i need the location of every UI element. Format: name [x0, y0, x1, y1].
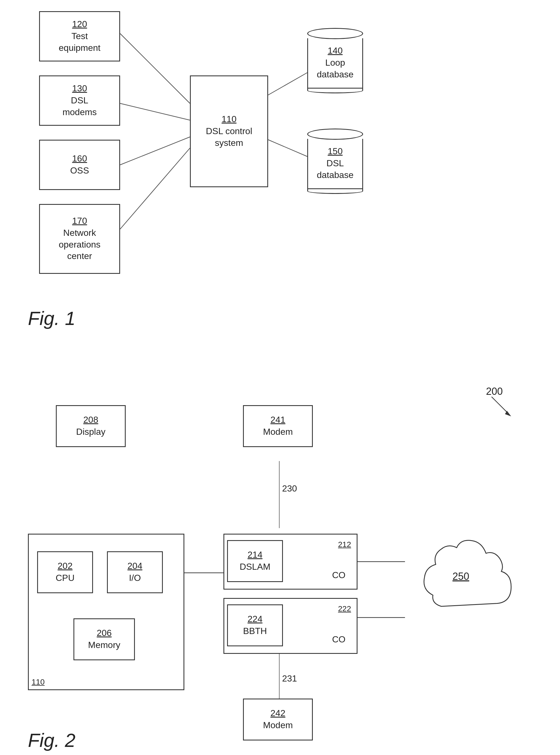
memory-label: Memory: [88, 639, 120, 651]
svg-text:250: 250: [453, 570, 469, 582]
cylinder-body-loop: 140 Loopdatabase: [307, 38, 363, 89]
co222-label: CO: [332, 634, 345, 645]
svg-line-3: [120, 148, 190, 229]
co212-outer-box: 214 DSLAM 212 CO: [223, 534, 358, 589]
co212-label: CO: [332, 570, 345, 580]
svg-line-2: [120, 137, 190, 165]
display-label: Display: [76, 426, 105, 438]
modem242-label: Modem: [263, 719, 293, 731]
io-number: 204: [127, 561, 142, 571]
svg-line-0: [120, 34, 190, 103]
oss-label: OSS: [70, 165, 89, 177]
modem241-box: 241 Modem: [243, 405, 313, 447]
dsl-db-cylinder: 150 DSLdatabase: [307, 129, 363, 194]
dsl-db-number: 150: [327, 146, 342, 156]
io-label: I/O: [129, 572, 141, 584]
memory-box: 206 Memory: [74, 618, 135, 660]
display-number: 208: [83, 415, 98, 425]
cylinder-top-loop: [307, 28, 363, 39]
test-equipment-box: 120 Testequipment: [39, 11, 120, 61]
fig2-diagram: 200 208 Display 202 CPU 204 I/O 206 Memo…: [0, 377, 560, 755]
dsl-control-box: 110 DSL controlsystem: [190, 75, 268, 187]
test-equipment-number: 120: [72, 19, 87, 30]
label-200: 200: [486, 386, 503, 397]
noc-number: 170: [72, 216, 87, 226]
svg-line-6: [492, 397, 508, 413]
co222-number: 222: [338, 604, 351, 613]
oss-box: 160 OSS: [39, 140, 120, 190]
co222-outer-box: 224 BBTH 222 CO: [223, 598, 358, 654]
bbth-label: BBTH: [243, 625, 267, 637]
cpu-box: 202 CPU: [37, 551, 93, 593]
label-231: 231: [282, 673, 297, 684]
dslam-box: 214 DSLAM: [227, 540, 283, 582]
dslam-label: DSLAM: [240, 561, 271, 573]
dsl-db-label: DSLdatabase: [317, 158, 354, 181]
svg-line-5: [268, 140, 307, 156]
fig1-caption: Fig. 1: [28, 307, 75, 329]
dsl-modems-label: DSLmodems: [63, 95, 97, 118]
dsl-control-label: DSL controlsystem: [206, 125, 252, 149]
label-230: 230: [282, 483, 297, 494]
oss-number: 160: [72, 153, 87, 164]
fig2-caption: Fig. 2: [28, 729, 75, 751]
svg-marker-7: [505, 411, 511, 417]
modem242-number: 242: [271, 708, 285, 718]
svg-line-4: [268, 73, 307, 95]
io-box: 204 I/O: [107, 551, 163, 593]
dsl-modems-number: 130: [72, 83, 87, 94]
cylinder-body-dsl: 150 DSLdatabase: [307, 139, 363, 189]
cylinder-top-dsl: [307, 129, 363, 140]
svg-line-1: [120, 103, 190, 120]
cylinder-bottom-dsl: [307, 188, 363, 194]
co212-number: 212: [338, 540, 351, 549]
noc-box: 170 Networkoperationscenter: [39, 204, 120, 274]
display-box: 208 Display: [56, 405, 126, 447]
dsl-control-number: 110: [221, 114, 236, 124]
cpu-number: 202: [58, 561, 72, 571]
fig1-diagram: 120 Testequipment 130 DSLmodems 160 OSS …: [0, 0, 560, 377]
cpu-label: CPU: [56, 572, 75, 584]
loop-db-label: Loopdatabase: [317, 57, 354, 80]
system-110-box: 202 CPU 204 I/O 206 Memory 110: [28, 534, 184, 690]
modem241-number: 241: [271, 415, 285, 425]
cloud-250: 250: [405, 525, 517, 632]
modem242-box: 242 Modem: [243, 699, 313, 740]
test-equipment-label: Testequipment: [59, 31, 100, 54]
modem241-label: Modem: [263, 426, 293, 438]
bbth-number: 224: [247, 614, 262, 624]
loop-db-cylinder: 140 Loopdatabase: [307, 28, 363, 93]
loop-db-number: 140: [327, 45, 342, 56]
dsl-modems-box: 130 DSLmodems: [39, 75, 120, 126]
memory-number: 206: [97, 628, 112, 638]
noc-label: Networkoperationscenter: [59, 227, 100, 262]
bbth-box: 224 BBTH: [227, 604, 283, 646]
dslam-number: 214: [247, 549, 262, 560]
system-110-label: 110: [32, 678, 45, 686]
cylinder-bottom-loop: [307, 88, 363, 93]
